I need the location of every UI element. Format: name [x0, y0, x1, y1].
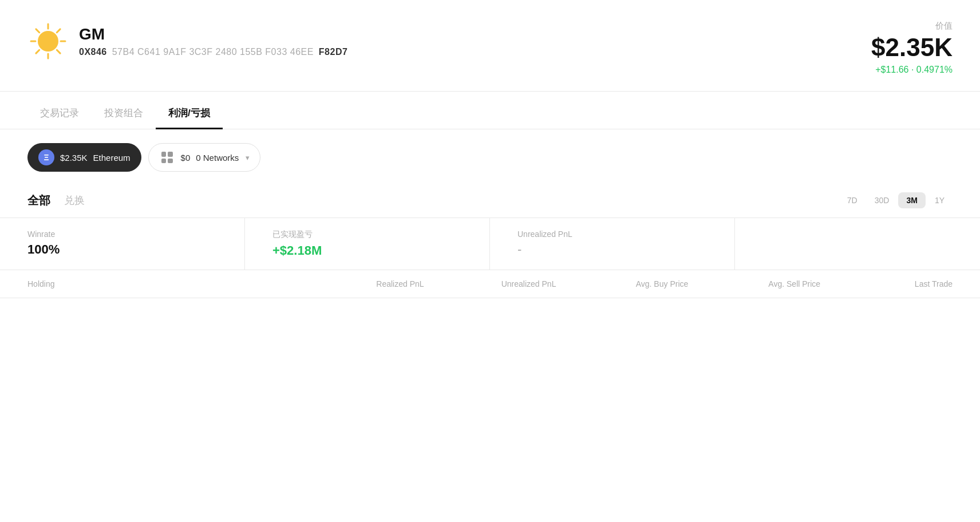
wallet-address: 0X846 57B4 C641 9A1F 3C3F 2480 155B F033…	[79, 47, 347, 57]
th-avg-sell: Avg. Sell Price	[688, 279, 820, 288]
section-header: 全部 兑换 7D 30D 3M 1Y	[0, 181, 980, 208]
time-btn-3m[interactable]: 3M	[898, 192, 925, 208]
th-last-trade: Last Trade	[820, 279, 953, 288]
tabs-bar: 交易记录 投资组合 利润/亏损	[0, 96, 980, 129]
stat-unrealized-label: Unrealized PnL	[517, 230, 707, 239]
time-btn-30d[interactable]: 30D	[867, 192, 898, 208]
time-btn-7d[interactable]: 7D	[839, 192, 866, 208]
value-change: +$11.66 · 0.4971%	[871, 65, 953, 75]
time-btn-1y[interactable]: 1Y	[927, 192, 953, 208]
header: GM 0X846 57B4 C641 9A1F 3C3F 2480 155B F…	[0, 0, 980, 92]
eth-amount: $2.35K	[60, 153, 88, 163]
tab-pnl[interactable]: 利润/亏损	[156, 96, 223, 129]
filter-ethereum[interactable]: Ξ $2.35K Ethereum	[27, 143, 141, 172]
stat-winrate-label: Winrate	[27, 230, 217, 239]
value-amount: $2.35K	[871, 34, 953, 61]
main-page: GM 0X846 57B4 C641 9A1F 3C3F 2480 155B F…	[0, 0, 980, 522]
section-tabs: 全部 兑换	[27, 193, 85, 208]
stat-winrate: Winrate 100%	[0, 218, 245, 270]
header-right: 价值 $2.35K +$11.66 · 0.4971%	[871, 21, 953, 75]
value-label: 价值	[871, 21, 953, 31]
time-filters: 7D 30D 3M 1Y	[839, 192, 953, 208]
stat-unrealized-value: -	[517, 242, 707, 257]
stat-winrate-value: 100%	[27, 242, 217, 257]
address-prefix: 0X846	[79, 47, 107, 57]
wallet-name: GM	[79, 25, 347, 43]
th-holding: Holding	[27, 279, 292, 288]
address-middle: 57B4 C641 9A1F 3C3F 2480 155B F033 46EE	[112, 47, 314, 57]
svg-line-8	[36, 50, 39, 53]
address-suffix: F82D7	[319, 47, 348, 57]
tab-transactions[interactable]: 交易记录	[27, 96, 92, 129]
th-unrealized-pnl: Unrealized PnL	[424, 279, 556, 288]
networks-amount: $0	[181, 153, 191, 163]
th-avg-buy: Avg. Buy Price	[556, 279, 688, 288]
networks-grid-icon	[159, 149, 175, 165]
header-text: GM 0X846 57B4 C641 9A1F 3C3F 2480 155B F…	[79, 25, 347, 57]
svg-line-7	[57, 29, 60, 33]
tab-portfolio[interactable]: 投资组合	[92, 96, 156, 129]
section-tab-exchange[interactable]: 兑换	[64, 193, 85, 207]
networks-label: 0 Networks	[196, 153, 239, 163]
filter-networks[interactable]: $0 0 Networks ▾	[148, 143, 261, 172]
eth-icon: Ξ	[38, 149, 54, 165]
table-header: Holding Realized PnL Unrealized PnL Avg.…	[0, 270, 980, 298]
filter-row: Ξ $2.35K Ethereum $0 0 Networks ▾	[0, 129, 980, 181]
chevron-down-icon: ▾	[246, 153, 250, 162]
stat-realized-label: 已实现盈亏	[272, 230, 462, 240]
sun-icon	[27, 21, 69, 62]
svg-line-6	[57, 50, 60, 53]
stat-empty	[735, 218, 980, 270]
stat-unrealized: Unrealized PnL -	[490, 218, 735, 270]
section-tab-all[interactable]: 全部	[27, 193, 50, 208]
stat-realized-value: +$2.18M	[272, 243, 462, 258]
stats-row: Winrate 100% 已实现盈亏 +$2.18M Unrealized Pn…	[0, 217, 980, 270]
th-realized-pnl: Realized PnL	[292, 279, 424, 288]
header-left: GM 0X846 57B4 C641 9A1F 3C3F 2480 155B F…	[27, 21, 347, 62]
svg-line-5	[36, 29, 39, 33]
stat-realized: 已实现盈亏 +$2.18M	[245, 218, 490, 270]
eth-label: Ethereum	[93, 153, 131, 163]
svg-point-0	[38, 31, 58, 52]
